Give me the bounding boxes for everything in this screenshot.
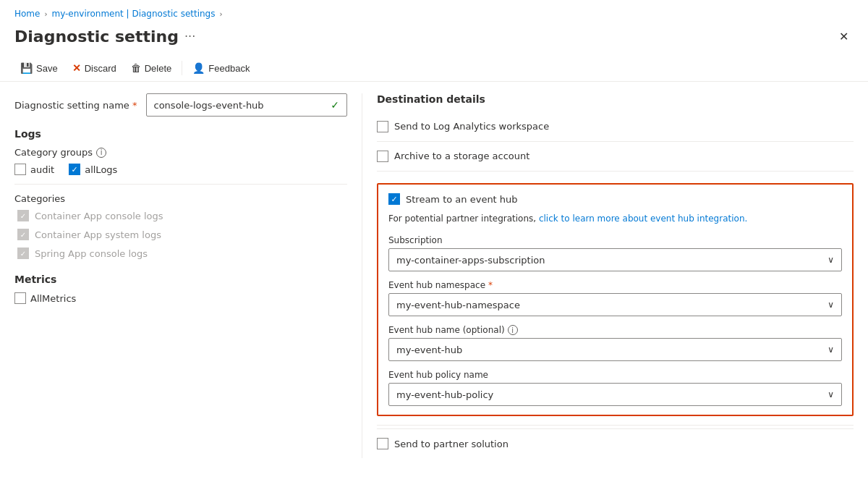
subscription-field: Subscription my-container-apps-subscript…	[388, 235, 842, 271]
allmetrics-label: AllMetrics	[30, 293, 76, 304]
list-item: Container App system logs	[14, 229, 347, 240]
close-button[interactable]: ✕	[833, 26, 854, 46]
alllogs-checkbox-item: allLogs	[69, 164, 117, 175]
category-groups-label: Category groups i	[14, 147, 347, 158]
policy-dropdown-arrow: ∨	[827, 389, 834, 399]
storage-label: Archive to a storage account	[394, 151, 529, 161]
log-analytics-option: Send to Log Analytics workspace	[377, 112, 854, 142]
event-hub-checkbox[interactable]	[388, 193, 400, 205]
subscription-label: Subscription	[388, 235, 842, 245]
system-logs-label: Container App system logs	[35, 229, 161, 240]
event-hub-header: Stream to an event hub	[388, 193, 842, 205]
category-groups-info-icon[interactable]: i	[96, 148, 106, 158]
logs-section-title: Logs	[14, 128, 347, 140]
right-panel: Destination details Send to Log Analytic…	[362, 93, 854, 458]
feedback-icon: 👤	[192, 62, 205, 74]
delete-button[interactable]: 🗑 Delete	[125, 59, 178, 77]
partner-label: Send to partner solution	[394, 439, 509, 449]
spring-logs-label: Spring App console logs	[35, 248, 148, 259]
console-logs-label: Container App console logs	[35, 211, 163, 221]
policy-label: Event hub policy name	[388, 370, 842, 380]
toolbar-separator	[182, 61, 182, 75]
integration-link[interactable]: click to learn more about event hub inte…	[539, 213, 747, 224]
feedback-button[interactable]: 👤 Feedback	[187, 59, 255, 77]
partner-checkbox[interactable]	[377, 438, 388, 449]
page-container: Home › my-environment | Diagnostic setti…	[0, 0, 868, 482]
discard-button[interactable]: ✕ Discard	[67, 59, 122, 77]
namespace-dropdown-arrow: ∨	[827, 300, 834, 310]
category-groups-checkboxes: audit allLogs	[14, 164, 347, 175]
alllogs-label: allLogs	[85, 164, 117, 175]
event-hub-label: Stream to an event hub	[406, 194, 518, 205]
save-icon: 💾	[20, 62, 33, 74]
namespace-dropdown[interactable]: my-event-hub-namespace ∨	[388, 293, 842, 316]
left-panel: Diagnostic setting name * console-logs-e…	[14, 93, 362, 458]
logs-divider	[14, 184, 347, 185]
partner-option: Send to partner solution	[377, 428, 854, 458]
breadcrumb: Home › my-environment | Diagnostic setti…	[0, 0, 868, 23]
audit-label: audit	[30, 164, 54, 175]
save-button[interactable]: 💾 Save	[14, 59, 64, 77]
alllogs-checkbox[interactable]	[69, 164, 80, 175]
event-hub-box: Stream to an event hub For potential par…	[377, 183, 854, 416]
integration-text: For potential partner integrations, clic…	[388, 212, 842, 225]
allmetrics-checkbox-item: AllMetrics	[14, 292, 347, 304]
hub-name-dropdown-arrow: ∨	[827, 344, 834, 355]
allmetrics-checkbox[interactable]	[14, 292, 26, 304]
categories-section: Categories Container App console logs Co…	[14, 193, 347, 259]
page-title-row: Diagnostic setting ··· ✕	[0, 23, 868, 55]
metrics-section: Metrics AllMetrics	[14, 274, 347, 304]
breadcrumb-home[interactable]: Home	[14, 9, 40, 19]
hub-name-label: Event hub name (optional) i	[388, 325, 842, 335]
diagnostic-name-label: Diagnostic setting name *	[14, 100, 137, 111]
input-valid-icon: ✓	[331, 99, 339, 111]
subscription-dropdown-arrow: ∨	[827, 255, 834, 265]
policy-dropdown[interactable]: my-event-hub-policy ∨	[388, 383, 842, 406]
page-title: Diagnostic setting	[14, 28, 179, 46]
breadcrumb-environment[interactable]: my-environment | Diagnostic settings	[51, 9, 215, 19]
event-hub-section: Stream to an event hub For potential par…	[377, 172, 854, 426]
hub-name-dropdown[interactable]: my-event-hub ∨	[388, 338, 842, 361]
log-analytics-checkbox[interactable]	[377, 121, 388, 132]
toolbar: 💾 Save ✕ Discard 🗑 Delete 👤 Feedback	[0, 55, 868, 82]
diagnostic-name-row: Diagnostic setting name * console-logs-e…	[14, 93, 347, 117]
policy-field: Event hub policy name my-event-hub-polic…	[388, 370, 842, 406]
namespace-label: Event hub namespace *	[388, 280, 842, 290]
console-logs-checkbox	[17, 210, 29, 221]
discard-icon: ✕	[72, 62, 81, 74]
namespace-field: Event hub namespace * my-event-hub-names…	[388, 280, 842, 316]
list-item: Container App console logs	[14, 210, 347, 221]
main-content: Diagnostic setting name * console-logs-e…	[0, 82, 868, 470]
spring-logs-checkbox	[17, 248, 29, 259]
audit-checkbox-item: audit	[14, 164, 54, 175]
categories-title: Categories	[14, 193, 347, 204]
list-item: Spring App console logs	[14, 248, 347, 259]
delete-icon: 🗑	[131, 62, 141, 74]
destination-title: Destination details	[377, 93, 854, 105]
subscription-dropdown[interactable]: my-container-apps-subscription ∨	[388, 248, 842, 271]
hub-name-field: Event hub name (optional) i my-event-hub…	[388, 325, 842, 361]
hub-name-info-icon[interactable]: i	[508, 325, 518, 335]
metrics-section-title: Metrics	[14, 274, 347, 285]
diagnostic-name-input[interactable]: console-logs-event-hub ✓	[146, 93, 347, 117]
system-logs-checkbox	[17, 229, 29, 240]
log-analytics-label: Send to Log Analytics workspace	[394, 121, 549, 132]
page-options-icon[interactable]: ···	[184, 30, 195, 43]
storage-checkbox[interactable]	[377, 151, 388, 162]
audit-checkbox[interactable]	[14, 164, 26, 175]
storage-option: Archive to a storage account	[377, 142, 854, 172]
